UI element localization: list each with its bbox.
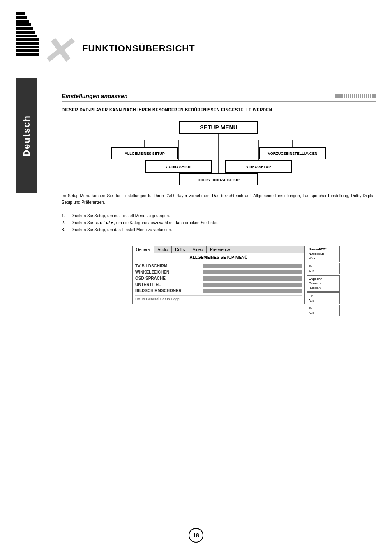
option-item: Aus: [309, 298, 338, 303]
menu-item-label-untertitel: UNTERTITEL: [135, 282, 201, 287]
x-mark: ✕: [41, 33, 72, 70]
svg-text:VORZUGSEINSTELLUNGEN: VORZUGSEINSTELLUNGEN: [268, 152, 318, 156]
svg-text:AUDIO SETUP: AUDIO SETUP: [166, 165, 191, 169]
svg-text:DOLBY DIGITAL SETUP: DOLBY DIGITAL SETUP: [198, 178, 240, 182]
option-group-untertitel: Ein Aus: [307, 292, 340, 304]
option-item: Wide: [309, 256, 338, 260]
svg-text:ALLGEMEINES SETUP: ALLGEMEINES SETUP: [125, 152, 165, 156]
instruction-num-2: 2.: [62, 219, 68, 226]
option-item: Ein: [309, 294, 338, 298]
option-item: Ein: [309, 306, 338, 311]
instruction-item-2: 2. Drücken Sie ◄/►/▲/▼, um die Kategorie…: [62, 219, 376, 226]
instructions-list: 1. Drücken Sie Setup, um ins Einstell-Me…: [62, 212, 376, 233]
svg-text:SETUP MENU: SETUP MENU: [200, 124, 238, 131]
menu-item-bar-bildschirm: [203, 289, 302, 293]
menu-item-row-osd: OSD-SPRACHE: [135, 275, 302, 281]
instruction-num-1: 1.: [62, 212, 68, 219]
diagram-svg: SETUP MENU ALLGEMEINES SETUP: [104, 120, 334, 185]
section-header-decoration: [335, 94, 376, 98]
option-item: Aus: [309, 269, 338, 273]
instruction-num-3: 3.: [62, 226, 68, 233]
menu-tabs: General Audio Dolby Video Preference: [132, 246, 305, 253]
menu-footer: Go To General Setup Page: [135, 295, 302, 301]
menu-item-row-winkel: WINKELZEICHEN: [135, 269, 302, 275]
setup-menu-ui: General Audio Dolby Video Preference ALL…: [132, 246, 305, 304]
menu-title: ALLGEMEINES SETUP-MENÜ: [135, 255, 302, 261]
instruction-text-1: Drücken Sie Setup, um ins Einstell-Menü …: [71, 212, 170, 219]
sidebar-label: Deutsch: [21, 115, 32, 157]
menu-item-bar-winkel: [203, 270, 302, 274]
option-group-bildschirm: Ein Aus: [307, 305, 340, 316]
menu-item-row-tv: TV BILDSCHIRM: [135, 263, 302, 269]
intro-text: DIESER DVD-PLAYER KANN NACH IHREN BESOND…: [62, 107, 376, 113]
option-item: Aus: [309, 311, 338, 315]
page-container: ✕ FUNKTIONSÜBERSICHT Deutsch Einstellung…: [0, 0, 392, 555]
tab-dolby[interactable]: Dolby: [172, 246, 189, 253]
option-item: Normal/LB: [309, 251, 338, 256]
page-title: FUNKTIONSÜBERSICHT: [82, 43, 195, 54]
svg-text:VIDEO SETUP: VIDEO SETUP: [246, 165, 271, 169]
option-item: Ein: [309, 264, 338, 269]
instruction-item-3: 3. Drücken Sie Setup, um das Einstell-Me…: [62, 226, 376, 233]
menu-item-label-osd: OSD-SPRACHE: [135, 276, 201, 281]
menu-item-label-bildschirm: BILDSCHIRMSCHONER: [135, 288, 201, 293]
menu-item-row-untertitel: UNTERTITEL: [135, 281, 302, 288]
menu-items: TV BILDSCHIRM WINKELZEICHEN OSD-SPRACHE: [135, 263, 302, 294]
page-number: 18: [189, 528, 203, 543]
decorative-lines: [16, 12, 41, 62]
sidebar-tab: Deutsch: [16, 78, 37, 193]
instruction-item-1: 1. Drücken Sie Setup, um ins Einstell-Me…: [62, 212, 376, 219]
tab-general[interactable]: General: [133, 246, 154, 253]
menu-item-label-winkel: WINKELZEICHEN: [135, 270, 201, 274]
menu-item-bar-untertitel: [203, 283, 302, 287]
option-group-osd: English* German Russian: [307, 275, 340, 292]
menu-item-bar-osd: [203, 276, 302, 281]
option-item: English*: [309, 276, 338, 281]
tab-video[interactable]: Video: [189, 246, 207, 253]
option-group-tv: Normal/PS* Normal/LB Wide: [307, 246, 340, 262]
section-header: Einstellungen anpassen: [62, 90, 376, 102]
setup-diagram: SETUP MENU ALLGEMEINES SETUP: [62, 120, 376, 185]
description-text: Im Setup-Menü können Sie die Einstellung…: [62, 193, 376, 206]
option-group-winkel: Ein Aus: [307, 263, 340, 274]
option-item: Normal/PS*: [309, 247, 338, 251]
menu-item-bar-tv: [203, 264, 302, 268]
main-content: Einstellungen anpassen DIESER DVD-PLAYER…: [62, 90, 376, 304]
tab-audio[interactable]: Audio: [154, 246, 172, 253]
menu-body: ALLGEMEINES SETUP-MENÜ TV BILDSCHIRM WIN…: [132, 253, 305, 304]
menu-item-row-bildschirm: BILDSCHIRMSCHONER: [135, 288, 302, 294]
tab-preference[interactable]: Preference: [207, 246, 233, 253]
menu-item-label-tv: TV BILDSCHIRM: [135, 264, 201, 268]
option-item: Russian: [309, 286, 338, 290]
instruction-text-2: Drücken Sie ◄/►/▲/▼, um die Kategorie au…: [71, 219, 219, 226]
options-panel: Normal/PS* Normal/LB Wide Ein Aus Englis…: [307, 246, 340, 317]
section-header-title: Einstellungen anpassen: [62, 93, 127, 99]
instruction-text-3: Drücken Sie Setup, um das Einstell-Menü …: [71, 226, 172, 233]
option-item: German: [309, 281, 338, 286]
